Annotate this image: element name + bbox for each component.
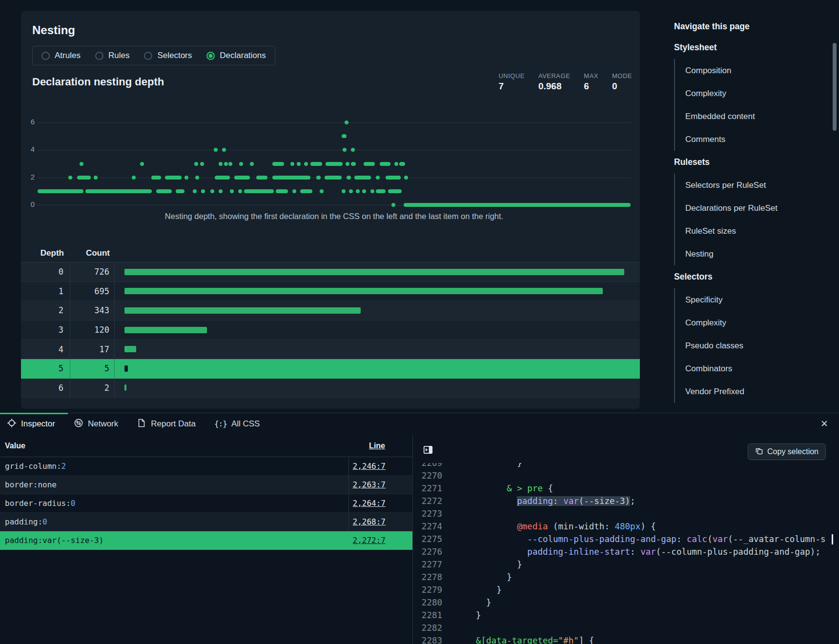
depth-table-row[interactable]: 0726	[21, 262, 640, 282]
panel-toggle-icon[interactable]	[423, 444, 433, 455]
scatter-points-depth-1	[176, 189, 184, 193]
gridline-4: 4	[38, 150, 631, 150]
bar-cell	[115, 307, 640, 314]
inspector-result-row[interactable]: border: none2,263:7	[0, 476, 412, 494]
scatter-points-depth-1	[320, 189, 324, 193]
sidebar-item-nesting[interactable]: Nesting	[675, 242, 825, 265]
scatter-points-depth-4	[214, 148, 218, 152]
scatter-points-depth-5	[342, 134, 347, 138]
count-bar	[124, 346, 136, 352]
line-number: 2280	[413, 596, 442, 609]
line-number: 2283	[413, 634, 442, 644]
sidebar-item-composition[interactable]: Composition	[675, 59, 825, 82]
copy-selection-label: Copy selection	[767, 447, 819, 456]
inspector-table-header: Value Line	[0, 435, 412, 457]
line-link[interactable]: 2,246:7	[353, 462, 386, 471]
radio-option-atrules[interactable]: Atrules	[41, 51, 81, 60]
inspector-result-row[interactable]: padding: var(--size-3)2,272:7	[0, 531, 412, 550]
declaration-cell: border: none	[0, 476, 349, 494]
tab-inspector[interactable]: Inspector	[7, 418, 55, 430]
stats-summary: UNIQUE7AVERAGE0.968MAX6MODE0	[498, 72, 632, 92]
depth-table-row[interactable]: 55	[21, 359, 640, 379]
sidebar-item-vendor-prefixed[interactable]: Vendor Prefixed	[675, 380, 825, 403]
depth-table-row[interactable]: 2343	[21, 301, 640, 321]
sidebar-item-ruleset-sizes[interactable]: RuleSet sizes	[675, 220, 825, 242]
stat-value: 0.968	[538, 81, 570, 92]
tab-network[interactable]: Network	[74, 418, 118, 430]
page-scrollbar-thumb[interactable]	[833, 43, 837, 131]
sidebar-item-combinators[interactable]: Combinators	[675, 357, 825, 380]
code-text: }	[442, 596, 491, 609]
line-number: 2274	[413, 520, 442, 533]
code-line: 2274 @media (min-width: 480px) {	[413, 520, 839, 533]
line-link[interactable]: 2,268:7	[353, 517, 386, 526]
sidebar-item-complexity[interactable]: Complexity	[675, 82, 825, 105]
inspector-result-row[interactable]: padding: 02,268:7	[0, 513, 412, 531]
sidebar-item-declarations-per-ruleset[interactable]: Declarations per RuleSet	[675, 197, 825, 220]
depth-cell: 0	[21, 262, 70, 282]
sidebar-item-selectors-per-ruleset[interactable]: Selectors per RuleSet	[675, 174, 825, 197]
page: Nesting AtrulesRulesSelectorsDeclaration…	[0, 0, 839, 644]
page-nav-sidebar: Navigate this page StylesheetComposition…	[674, 21, 825, 403]
count-cell: 120	[70, 321, 115, 340]
radio-label: Selectors	[157, 51, 192, 60]
line-link[interactable]: 2,263:7	[353, 480, 386, 489]
depth-table-row[interactable]: 62	[21, 379, 640, 398]
scatter-points-depth-1	[388, 189, 402, 193]
code-line: 2277 }	[413, 558, 839, 571]
scatter-points-depth-1	[370, 189, 374, 193]
close-icon[interactable]: ✕	[820, 418, 828, 429]
code-scroll-area[interactable]: 2269 }22702271 & > pre {2272 padding: va…	[413, 463, 839, 644]
devtools-panel: InspectorNetworkReport Data{:}All CSS✕ V…	[0, 413, 839, 644]
sidebar-item-specificity[interactable]: Specificity	[675, 288, 825, 311]
code-token: }	[476, 560, 522, 569]
radio-option-selectors[interactable]: Selectors	[144, 51, 192, 60]
line-number: 2271	[413, 482, 442, 495]
depth-table-row[interactable]: 417	[21, 340, 640, 359]
tab-label: Report Data	[151, 419, 196, 429]
stat-max: MAX6	[584, 72, 598, 92]
code-line: 2276 padding-inline-start: var(--column-…	[413, 545, 839, 558]
scatter-points-depth-1	[230, 189, 234, 193]
scatter-points-depth-1	[362, 189, 367, 193]
scatter-points-depth-3	[250, 162, 254, 166]
sidebar-item-embedded-content[interactable]: Embedded content	[675, 105, 825, 128]
tab-label: Network	[88, 419, 118, 429]
count-column-header: Count	[70, 248, 115, 258]
count-bar	[124, 384, 126, 391]
tab-report-data[interactable]: Report Data	[137, 418, 196, 430]
inspector-result-row[interactable]: border-radius: 02,264:7	[0, 494, 412, 513]
sidebar-item-complexity[interactable]: Complexity	[675, 311, 825, 334]
code-token: & > pre	[507, 483, 543, 493]
copy-selection-button[interactable]: Copy selection	[748, 443, 826, 460]
scatter-points-depth-3	[239, 162, 243, 166]
line-column-header[interactable]: Line	[349, 442, 412, 450]
line-number: 2279	[413, 584, 442, 596]
sidebar-item-pseudo-classes[interactable]: Pseudo classes	[675, 334, 825, 357]
gridline-2: 2	[38, 178, 631, 178]
radio-option-declarations[interactable]: Declarations	[206, 51, 266, 60]
scatter-points-depth-1	[349, 189, 353, 193]
depth-table-row[interactable]: 1695	[21, 282, 640, 302]
line-link[interactable]: 2,264:7	[353, 499, 386, 508]
tab-all-css[interactable]: {:}All CSS	[214, 419, 260, 429]
braces-icon: {:}	[214, 419, 227, 429]
code-token: (min-width:	[548, 522, 615, 531]
code-token: (--column-plus-padding-and-gap);	[656, 547, 820, 557]
scatter-points-depth-3	[310, 162, 322, 166]
stat-label: UNIQUE	[498, 72, 525, 80]
scatter-points-depth-2	[184, 176, 188, 180]
code-token: ) {	[640, 522, 656, 531]
inspector-result-row[interactable]: grid-column: 22,246:7	[0, 457, 412, 476]
radio-label: Declarations	[220, 51, 266, 60]
code-token: @media	[517, 522, 548, 531]
radio-option-rules[interactable]: Rules	[95, 51, 129, 60]
y-tick-label: 6	[25, 118, 35, 126]
code-text: }	[442, 571, 512, 584]
sidebar-item-comments[interactable]: Comments	[675, 128, 825, 151]
code-token: calc	[687, 534, 707, 544]
code-token: {	[543, 483, 553, 493]
code-text: padding-inline-start: var(--column-plus-…	[442, 545, 820, 558]
line-link[interactable]: 2,272:7	[353, 536, 386, 545]
depth-table-row[interactable]: 3120	[21, 321, 640, 340]
